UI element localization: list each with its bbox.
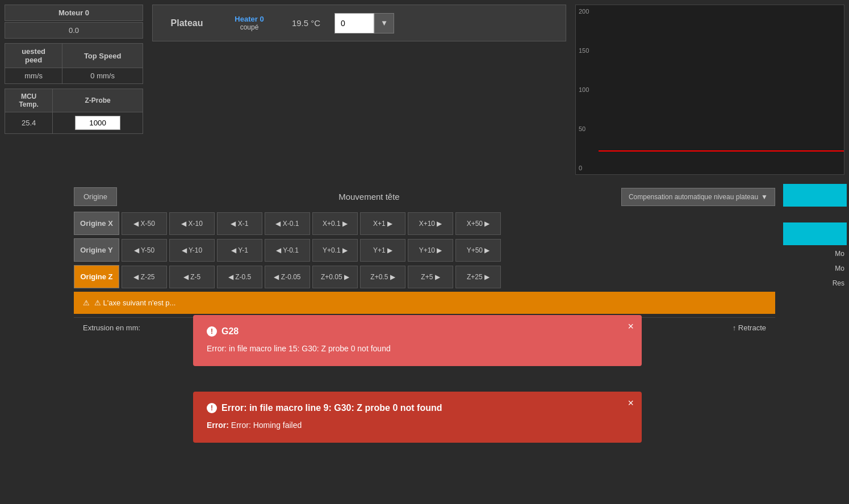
error-1-close-button[interactable]: × xyxy=(628,321,634,333)
z-plus-05-button[interactable]: Z+0.5 ▶ xyxy=(360,266,405,288)
x-minus-10-button[interactable]: ◀ X-10 xyxy=(169,212,215,235)
origine-z-button[interactable]: Origine Z xyxy=(74,265,119,288)
heater-setpoint-input[interactable] xyxy=(334,13,374,33)
heater-temp: 19.5 °C xyxy=(278,18,334,28)
chart-y-50: 50 xyxy=(579,125,589,132)
right-panel: Mo Mo Res xyxy=(781,182,849,504)
movement-header: Origine Mouvement tête Compensation auto… xyxy=(74,187,775,206)
heater-link-text[interactable]: Heater 0 xyxy=(227,15,272,23)
warning-icon: ⚠ xyxy=(83,299,90,307)
right-label-mo1: Mo xyxy=(783,247,847,260)
requested-speed-value: mm/s xyxy=(5,68,62,84)
x-plus-01-button[interactable]: X+0.1 ▶ xyxy=(312,212,358,235)
heater-row: Plateau Heater 0 coupé 19.5 °C ▼ xyxy=(152,5,566,41)
origine-x-button[interactable]: Origine X xyxy=(74,212,119,235)
warning-bar: ⚠ ⚠ L'axe suivant n'est p... xyxy=(74,292,775,314)
error-1-title: ! G28 xyxy=(207,326,628,337)
mouvement-title: Mouvement tête xyxy=(123,192,616,201)
compensation-button[interactable]: Compensation automatique niveau plateau … xyxy=(621,188,775,206)
z-plus-5-button[interactable]: Z+5 ▶ xyxy=(408,266,453,288)
error-1-title-text: G28 xyxy=(221,326,239,337)
z-plus-25-button[interactable]: Z+25 ▶ xyxy=(455,266,501,288)
error-dialog-1: × ! G28 Error: in file macro line 15: G3… xyxy=(193,315,642,366)
zprobe-value xyxy=(53,112,143,134)
error-2-body-label: Error: xyxy=(207,421,229,430)
error-dialog-2: × ! Error: in file macro line 9: G30: Z … xyxy=(193,392,642,443)
move-row-z: Origine Z ◀ Z-25 ◀ Z-5 ◀ Z-0.5 ◀ Z-0.05 … xyxy=(74,265,775,288)
chart-y-0: 0 xyxy=(579,165,589,171)
top-speed-value: 0 mm/s xyxy=(62,68,143,84)
warning-text: ⚠ L'axe suivant n'est p... xyxy=(94,299,175,307)
move-row-y: Origine Y ◀ Y-50 ◀ Y-10 ◀ Y-1 ◀ Y-0.1 Y+… xyxy=(74,238,775,262)
chart-y-labels: 0 50 100 150 200 xyxy=(576,5,592,174)
chart-y-150: 150 xyxy=(579,47,589,54)
left-panel: Moteur 0 0.0 uestedpeed Top Speed mm/s 0… xyxy=(0,0,148,182)
y-minus-1-button[interactable]: ◀ Y-1 xyxy=(217,239,262,262)
heater-sub: coupé xyxy=(227,23,272,31)
x-plus-10-button[interactable]: X+10 ▶ xyxy=(408,212,453,235)
error-2-title-text: Error: in file macro line 9: G30: Z prob… xyxy=(221,403,442,413)
compensation-label: Compensation automatique niveau plateau xyxy=(629,193,758,201)
z-plus-005-button[interactable]: Z+0.05 ▶ xyxy=(312,266,358,288)
heater-link[interactable]: Heater 0 coupé xyxy=(221,15,278,31)
z-minus-5-button[interactable]: ◀ Z-5 xyxy=(169,266,215,288)
error-2-body-text: Error: Homing failed xyxy=(231,421,302,430)
error-1-body: Error: in file macro line 15: G30: Z pro… xyxy=(207,342,628,355)
origine-button[interactable]: Origine xyxy=(74,187,117,206)
heater-dropdown-button[interactable]: ▼ xyxy=(374,13,394,33)
zprobe-header: Z-Probe xyxy=(53,89,143,112)
y-plus-1-button[interactable]: Y+1 ▶ xyxy=(360,239,405,262)
right-label-res: Res xyxy=(783,277,847,289)
mcu-table: MCUTemp. Z-Probe 25.4 xyxy=(5,89,143,134)
y-minus-50-button[interactable]: ◀ Y-50 xyxy=(122,239,167,262)
z-minus-25-button[interactable]: ◀ Z-25 xyxy=(122,266,167,288)
move-row-x: Origine X ◀ X-50 ◀ X-10 ◀ X-1 ◀ X-0.1 X+… xyxy=(74,212,775,235)
error-2-close-button[interactable]: × xyxy=(628,397,634,409)
requested-speed-header: uestedpeed xyxy=(5,44,62,68)
z-minus-05-button[interactable]: ◀ Z-0.5 xyxy=(217,266,262,288)
z-minus-005-button[interactable]: ◀ Z-0.05 xyxy=(265,266,310,288)
heater-panel: Plateau Heater 0 coupé 19.5 °C ▼ xyxy=(148,0,571,182)
x-minus-1-button[interactable]: ◀ X-1 xyxy=(217,212,262,235)
error-2-title: ! Error: in file macro line 9: G30: Z pr… xyxy=(207,403,628,413)
heater-input-wrap: ▼ xyxy=(334,13,394,33)
plateau-label: Plateau xyxy=(153,18,221,28)
left-sidebar xyxy=(0,182,68,504)
origine-y-button[interactable]: Origine Y xyxy=(74,238,119,262)
y-minus-10-button[interactable]: ◀ Y-10 xyxy=(169,239,215,262)
zprobe-input[interactable] xyxy=(75,116,120,130)
speed-table: uestedpeed Top Speed mm/s 0 mm/s xyxy=(5,43,143,84)
top-speed-header: Top Speed xyxy=(62,44,143,68)
y-plus-01-button[interactable]: Y+0.1 ▶ xyxy=(312,239,358,262)
main-section: Origine Mouvement tête Compensation auto… xyxy=(0,182,849,504)
moteur-header: Moteur 0 xyxy=(5,5,143,21)
extrusion-label: Extrusion en mm: xyxy=(83,324,140,332)
x-minus-50-button[interactable]: ◀ X-50 xyxy=(122,212,167,235)
moteur-value: 0.0 xyxy=(5,22,143,39)
temperature-chart: 0 50 100 150 200 xyxy=(575,5,844,175)
mcu-temp-header: MCUTemp. xyxy=(5,89,53,112)
error-2-exclamation-icon: ! xyxy=(207,403,217,413)
right-label-mo2: Mo xyxy=(783,262,847,275)
chart-area: 0 50 100 150 200 xyxy=(571,0,849,182)
error-2-body: Error: Error: Homing failed xyxy=(207,419,628,431)
compensation-dropdown-icon: ▼ xyxy=(761,193,768,201)
chart-y-100: 100 xyxy=(579,86,589,93)
y-plus-10-button[interactable]: Y+10 ▶ xyxy=(408,239,453,262)
x-minus-01-button[interactable]: ◀ X-0.1 xyxy=(265,212,310,235)
x-plus-1-button[interactable]: X+1 ▶ xyxy=(360,212,405,235)
retracte-label: ↑ Retracte xyxy=(733,324,766,332)
right-cyan-btn-2[interactable] xyxy=(783,222,847,245)
right-cyan-btn-1[interactable] xyxy=(783,184,847,207)
y-minus-01-button[interactable]: ◀ Y-0.1 xyxy=(265,239,310,262)
x-plus-50-button[interactable]: X+50 ▶ xyxy=(455,212,501,235)
error-1-exclamation-icon: ! xyxy=(207,326,217,337)
top-section: Moteur 0 0.0 uestedpeed Top Speed mm/s 0… xyxy=(0,0,849,182)
chart-red-line xyxy=(599,150,844,152)
y-plus-50-button[interactable]: Y+50 ▶ xyxy=(455,239,501,262)
chart-y-200: 200 xyxy=(579,8,589,15)
mcu-temp-value: 25.4 xyxy=(5,112,53,134)
